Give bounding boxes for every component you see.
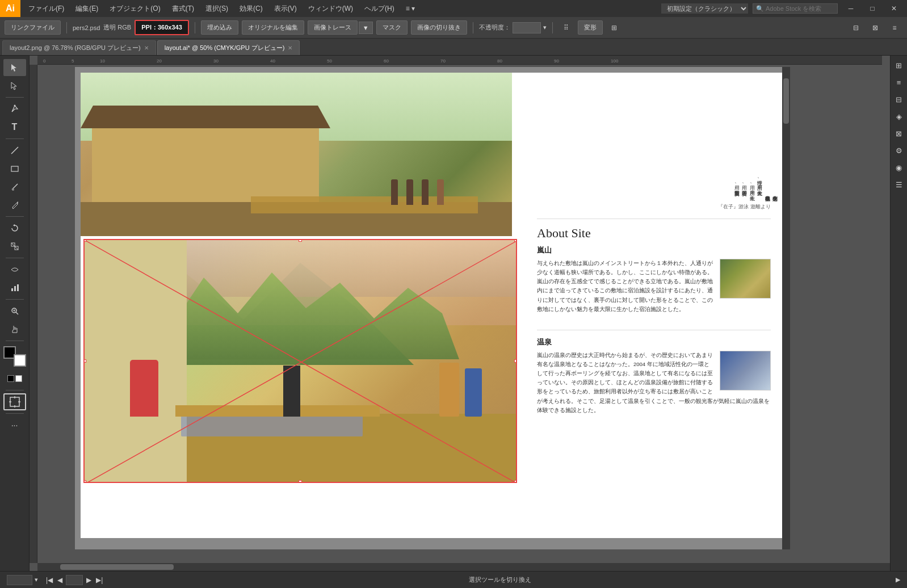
- rect-tool[interactable]: [3, 160, 26, 177]
- panel-icon-3[interactable]: ⊟: [892, 92, 906, 107]
- menu-type[interactable]: 書式(T): [166, 2, 200, 16]
- panel-icon-8[interactable]: ☰: [892, 177, 906, 192]
- panel-icon-1[interactable]: ⊞: [892, 58, 906, 73]
- ruler-left: [30, 65, 37, 563]
- svg-rect-8: [14, 286, 16, 291]
- panel-icon-4[interactable]: ◈: [892, 109, 906, 124]
- next-page-button[interactable]: ▶: [85, 575, 93, 585]
- original-edit-button[interactable]: オリジナルを編集: [242, 20, 304, 35]
- tab-close-layout2[interactable]: ✕: [144, 45, 149, 51]
- grid-icon[interactable]: ⠿: [559, 20, 574, 36]
- vertical-scrollbar[interactable]: [782, 67, 790, 549]
- status-right-icon[interactable]: ▶: [896, 576, 900, 583]
- zoom-input[interactable]: 50%: [7, 575, 32, 585]
- panel-icon-2[interactable]: ≡: [892, 75, 906, 90]
- direct-select-tool[interactable]: [3, 77, 26, 94]
- background-color[interactable]: [14, 354, 26, 367]
- thumbnail-2: [720, 351, 771, 390]
- svg-rect-2: [11, 166, 18, 171]
- menu-view[interactable]: 表示(V): [268, 2, 303, 16]
- document-tabs: layout2.png @ 76.78% (RGB/GPU プレビュー) ✕ l…: [0, 39, 907, 56]
- first-page-button[interactable]: |◀: [45, 575, 54, 585]
- ppi-button[interactable]: PPI：360x343: [135, 20, 189, 35]
- restore-button[interactable]: □: [864, 0, 881, 17]
- line-tool[interactable]: [3, 142, 26, 159]
- tab-layout-ai[interactable]: layout.ai* @ 50% (CMYK/GPU プレビュー) ✕: [157, 40, 300, 55]
- close-button[interactable]: ✕: [885, 0, 902, 17]
- status-bar: 50% ▾ |◀ ◀ 1 ▶ ▶| 選択ツールを切り換え ▶: [0, 571, 907, 588]
- panel-icon-5[interactable]: ⊠: [892, 126, 906, 141]
- scrollbar-thumb-h[interactable]: [60, 564, 174, 570]
- select-tool[interactable]: [3, 59, 26, 76]
- panel-icon[interactable]: ⊠: [867, 20, 883, 36]
- opacity-arrow[interactable]: ▾: [543, 24, 547, 31]
- last-page-button[interactable]: ▶|: [95, 575, 104, 585]
- panel-icon-6[interactable]: ⚙: [892, 143, 906, 158]
- rotate-tool[interactable]: [3, 220, 26, 237]
- menu-object[interactable]: オブジェクト(O): [104, 2, 166, 16]
- tab-close-layout-ai[interactable]: ✕: [288, 45, 292, 51]
- roof: [81, 106, 330, 128]
- brush-tool[interactable]: [3, 178, 26, 195]
- scale-tool[interactable]: [3, 238, 26, 255]
- section1-title: 嵐山: [537, 245, 771, 255]
- workspace-selector[interactable]: 初期設定（クラシック）: [661, 3, 748, 14]
- mask-button[interactable]: マスク: [376, 20, 408, 35]
- menu-extra[interactable]: ≡ ▾: [400, 2, 421, 15]
- stock-search-input[interactable]: [753, 3, 838, 14]
- title-right-controls: 初期設定（クラシック） 🔍 ─ □ ✕: [661, 0, 907, 17]
- pen-tool[interactable]: [3, 100, 26, 117]
- menu-edit[interactable]: 編集(E): [70, 2, 104, 16]
- more-tools[interactable]: ···: [3, 417, 26, 434]
- minimize-button[interactable]: ─: [842, 0, 859, 17]
- handle-mid-left[interactable]: [83, 359, 86, 363]
- menu-select[interactable]: 選択(S): [200, 2, 234, 16]
- handle-mid-right[interactable]: [514, 359, 517, 363]
- color-mode-toggle[interactable]: [3, 370, 26, 387]
- menu-window[interactable]: ウィンドウ(W): [303, 2, 359, 16]
- transform-button[interactable]: 変形: [578, 20, 603, 35]
- tool-sep-8: [6, 413, 24, 414]
- hand-tool[interactable]: [3, 321, 26, 338]
- menu-help[interactable]: ヘルプ(H): [359, 2, 400, 16]
- app-logo: Ai: [0, 0, 20, 17]
- page-number-input[interactable]: 1: [66, 575, 83, 585]
- zoom-dropdown-icon[interactable]: ▾: [35, 576, 38, 583]
- handle-top-left[interactable]: [83, 239, 86, 242]
- scrollbar-thumb-v[interactable]: [783, 78, 789, 124]
- color-swatches: [3, 346, 26, 367]
- ruler-top: 05102030405060708090100: [37, 56, 882, 65]
- image-trace-button[interactable]: 画像トレース: [308, 20, 358, 35]
- right-page: 有之大倒小枝立中風義者小枝理性、所用：未乾大。用、所用：未乾用、安所国若。用、安…: [523, 73, 784, 538]
- artboard-tool[interactable]: [3, 393, 26, 410]
- handle-top-right[interactable]: [514, 239, 517, 242]
- handle-bot-center[interactable]: [299, 480, 302, 483]
- crop-button[interactable]: 画像の切り抜き: [411, 20, 467, 35]
- graph-tool[interactable]: [3, 279, 26, 296]
- svg-text:40: 40: [270, 58, 275, 64]
- transform-extra-icon[interactable]: ⊞: [606, 20, 622, 36]
- tab-layout2[interactable]: layout2.png @ 76.78% (RGB/GPU プレビュー) ✕: [2, 40, 156, 55]
- image-trace-dropdown[interactable]: ▼: [359, 22, 373, 34]
- handle-top-center[interactable]: [299, 239, 302, 242]
- menu-file[interactable]: ファイル(F): [23, 2, 70, 16]
- warp-tool[interactable]: [3, 261, 26, 278]
- link-file-button[interactable]: リンクファイル: [5, 20, 61, 35]
- pencil-tool[interactable]: [3, 196, 26, 213]
- type-tool[interactable]: T: [3, 119, 26, 136]
- bottom-selected-image[interactable]: [83, 239, 517, 483]
- menu-effect[interactable]: 効果(C): [234, 2, 268, 16]
- arrange-icon[interactable]: ⊟: [848, 20, 864, 36]
- svg-text:90: 90: [554, 58, 559, 64]
- panel-icon-7[interactable]: ◉: [892, 160, 906, 175]
- horizontal-scrollbar[interactable]: [37, 563, 890, 571]
- prev-page-button[interactable]: ◀: [56, 575, 64, 585]
- menu-icon[interactable]: ≡: [887, 20, 902, 36]
- opacity-input[interactable]: 100%: [513, 22, 541, 33]
- handle-bot-right[interactable]: [514, 480, 517, 483]
- zoom-tool[interactable]: [3, 303, 26, 320]
- handle-bot-left[interactable]: [83, 480, 86, 483]
- svg-text:30: 30: [213, 58, 219, 64]
- tool-sep-3: [6, 216, 24, 217]
- fill-button[interactable]: 埋め込み: [201, 20, 238, 35]
